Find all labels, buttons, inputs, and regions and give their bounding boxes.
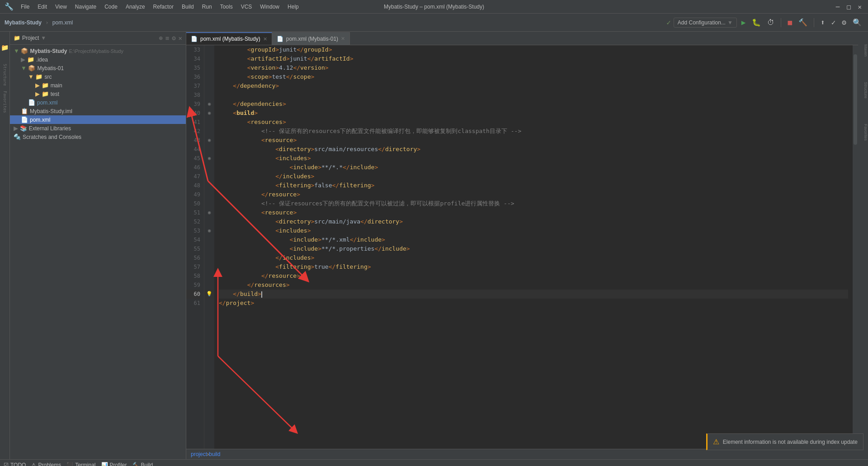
add-configuration-button[interactable]: Add Configuration... ▼ <box>674 18 737 28</box>
tab-pom-mybatis-study[interactable]: 📄 pom.xml (Mybatis-Study) ✕ <box>186 32 272 45</box>
right-panel: Maven Structure Favorites <box>858 32 868 459</box>
editor-area: 📄 pom.xml (Mybatis-Study) ✕ 📄 pom.xml (M… <box>186 32 858 459</box>
structure-icon[interactable]: Structure <box>0 61 9 88</box>
menu-build[interactable]: Build <box>178 2 198 11</box>
search-button[interactable]: 🔍 <box>851 17 863 28</box>
menu-window[interactable]: Window <box>256 2 283 11</box>
code-line-34: <artifactId>junit</artifactId> <box>219 54 848 63</box>
commit-button[interactable]: ✓ <box>830 17 838 28</box>
main-expand-icon: ▶ 📁 <box>35 82 49 89</box>
code-line-37: </dependency> <box>219 81 848 90</box>
close-panel-icon[interactable]: ✕ <box>179 34 182 42</box>
scrollbar[interactable] <box>853 45 858 449</box>
code-line-59: </resources> <box>219 281 848 290</box>
tree-scratches[interactable]: 🔩 Scratches and Consoles <box>10 133 186 141</box>
favorites-panel-button[interactable]: Favorites <box>858 120 868 144</box>
favorites-icon[interactable]: Favorites <box>0 88 9 115</box>
tree-mybatis-iml[interactable]: 📋 Mybatis-Study.iml <box>10 107 186 115</box>
project-header-icons: ⊕ ≡ ⚙ ✕ <box>159 34 182 42</box>
breadcrumb-project[interactable]: project <box>191 451 207 457</box>
problems-icon: ⚠ <box>31 462 36 466</box>
menu-code[interactable]: Code <box>101 2 121 11</box>
settings-button[interactable]: ⚙ <box>840 17 848 28</box>
options-icon[interactable]: ⚙ <box>172 34 175 42</box>
tree-main[interactable]: ▶ 📁 main <box>10 81 186 90</box>
tree-external-libs[interactable]: ▶ 📚 External Libraries <box>10 124 186 133</box>
folder-icon: 📁 <box>14 35 20 41</box>
tab-close-button[interactable]: ✕ <box>263 36 267 42</box>
build-tool-button[interactable]: 🔨 Build <box>132 462 153 466</box>
menu-vcs[interactable]: VCS <box>237 2 256 11</box>
line-numbers: 33 34 35 36 37 38 39 40 41 42 43 44 45 4… <box>186 45 204 449</box>
todo-button[interactable]: ☑ TODO <box>4 462 26 466</box>
window-title: Mybatis-Study – pom.xml (Mybatis-Study) <box>384 4 484 10</box>
profile-button[interactable]: ⏱ <box>765 17 776 28</box>
code-line-58: </resource> <box>219 271 848 281</box>
code-line-39: </dependencies> <box>219 100 848 109</box>
menu-run[interactable]: Run <box>198 2 216 11</box>
tabs-bar: 📄 pom.xml (Mybatis-Study) ✕ 📄 pom.xml (M… <box>186 32 858 45</box>
project-icon[interactable]: 📁 <box>0 34 9 61</box>
menu-file[interactable]: File <box>17 2 33 11</box>
debug-button[interactable]: 🐛 <box>750 17 763 28</box>
tab-xml-icon: 📄 <box>191 36 198 42</box>
notification-warning-icon: ⚠ <box>713 437 719 446</box>
project-panel: 📁 Project ▼ ⊕ ≡ ⚙ ✕ ▼ 📦 Mybatis-Study E:… <box>10 32 186 459</box>
minimize-button[interactable]: ─ <box>834 3 841 10</box>
vcs-button[interactable]: ⬆ <box>819 17 827 28</box>
build-button[interactable]: 🔨 <box>797 17 809 28</box>
menu-edit[interactable]: Edit <box>34 2 51 11</box>
problems-button[interactable]: ⚠ Problems <box>31 462 61 466</box>
tree-pom-root[interactable]: 📄 pom.xml <box>10 115 186 124</box>
menu-analyze[interactable]: Analyze <box>122 2 149 11</box>
stop-button[interactable]: ■ <box>786 17 794 28</box>
menu-help[interactable]: Help <box>284 2 302 11</box>
maven-panel-button[interactable]: Maven <box>858 41 868 60</box>
toolbar: Mybatis-Study › pom.xml ✓ Add Configurat… <box>0 14 868 32</box>
tree-pom-01[interactable]: 📄 pom.xml <box>10 98 186 107</box>
code-editor[interactable]: 33 34 35 36 37 38 39 40 41 42 43 44 45 4… <box>186 45 858 449</box>
dropdown-chevron[interactable]: ▼ <box>41 35 46 41</box>
tree-mybatis-01[interactable]: ▼ 📦 Mybatis-01 <box>10 64 186 72</box>
code-line-42: <!-- 保证所有的resources下的配置文件能被编译打包，即能够被复制到c… <box>219 127 848 136</box>
terminal-button[interactable]: ⬛ Terminal <box>66 462 95 466</box>
left-sidebar-icons: 📁 Structure Favorites <box>0 32 10 459</box>
bottom-tools-bar: ☑ TODO ⚠ Problems ⬛ Terminal 📊 Profiler … <box>0 459 868 466</box>
code-line-54: <include>**/*.xml</include> <box>219 235 848 244</box>
menu-refactor[interactable]: Refactor <box>150 2 177 11</box>
profiler-button[interactable]: 📊 Profiler <box>101 462 127 466</box>
folder-expand-icon: ▼ 📁 <box>28 73 42 80</box>
toolbar-project: Mybatis-Study <box>5 19 42 26</box>
todo-icon: ☑ <box>4 462 9 466</box>
code-line-41: <resources> <box>219 118 848 127</box>
code-line-57: <filtering>true</filtering> <box>219 262 848 271</box>
inspect-icon[interactable]: ✓ <box>666 18 671 27</box>
menu-tools[interactable]: Tools <box>217 2 236 11</box>
tree-test[interactable]: ▶ 📁 test <box>10 90 186 98</box>
maximize-button[interactable]: □ <box>845 3 852 10</box>
run-button[interactable]: ▶ <box>740 17 748 28</box>
tree-idea-folder[interactable]: ▶ 📁 .idea <box>10 55 186 64</box>
menu-view[interactable]: View <box>52 2 71 11</box>
tree-src[interactable]: ▼ 📁 src <box>10 72 186 81</box>
menu-bar: 🔧 File Edit View Navigate Code Analyze R… <box>5 2 302 11</box>
breadcrumb-build[interactable]: build <box>209 451 220 457</box>
notification-text: Element information is not available dur… <box>723 439 858 445</box>
tab-pom-mybatis-01[interactable]: 📄 pom.xml (Mybatis-01) ✕ <box>272 32 350 45</box>
collapse-icon[interactable]: ≡ <box>165 34 169 42</box>
tree-mybatis-study-root[interactable]: ▼ 📦 Mybatis-Study E:\Project\Mybatis-Stu… <box>10 47 186 55</box>
file-tree: ▼ 📦 Mybatis-Study E:\Project\Mybatis-Stu… <box>10 45 186 459</box>
app-icon: 🔧 <box>5 2 14 11</box>
scrollbar-thumb[interactable] <box>854 54 857 145</box>
structure-panel-button[interactable]: Structure <box>858 78 868 102</box>
tab-close-button-2[interactable]: ✕ <box>341 36 345 42</box>
locate-icon[interactable]: ⊕ <box>159 34 162 42</box>
menu-navigate[interactable]: Navigate <box>71 2 100 11</box>
project-panel-header: 📁 Project ▼ ⊕ ≡ ⚙ ✕ <box>10 32 186 45</box>
code-line-36: <scope>test</scope> <box>219 72 848 81</box>
notification-popup: ⚠ Element information is not available d… <box>706 433 863 450</box>
config-label: Add Configuration... <box>678 19 726 26</box>
code-content[interactable]: <groupId>junit</groupId> <artifactId>jun… <box>214 45 853 449</box>
close-button[interactable]: ✕ <box>856 3 863 10</box>
breadcrumb: project › build <box>186 449 858 459</box>
